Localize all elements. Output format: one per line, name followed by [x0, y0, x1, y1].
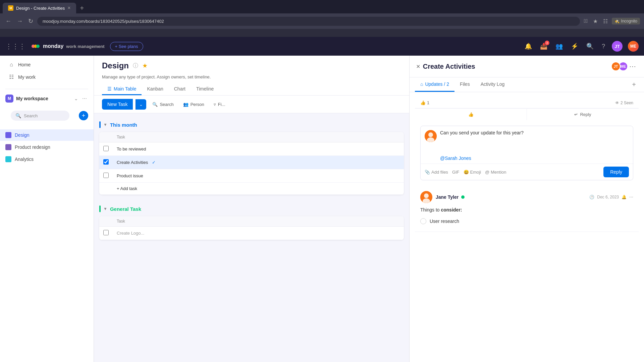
tab-title: Design - Create Activities	[16, 6, 65, 11]
tab-favicon: M	[8, 5, 13, 11]
reload-button[interactable]: ↻	[27, 16, 35, 26]
back-button[interactable]: ←	[4, 16, 13, 26]
sidebar-icon[interactable]: ☷	[602, 17, 609, 26]
forward-button[interactable]: →	[15, 16, 24, 26]
tab-close-button[interactable]: ×	[67, 5, 70, 11]
address-bar[interactable]	[37, 17, 580, 26]
eye-slash-icon: 👁⃠	[583, 17, 589, 25]
incognito-badge: 🕵 Incognito	[612, 18, 640, 24]
active-tab[interactable]: M Design - Create Activities ×	[3, 3, 76, 13]
bookmark-icon[interactable]: ★	[592, 17, 599, 26]
incognito-icon: 🕵	[614, 19, 620, 23]
new-tab-button[interactable]: +	[77, 3, 87, 13]
